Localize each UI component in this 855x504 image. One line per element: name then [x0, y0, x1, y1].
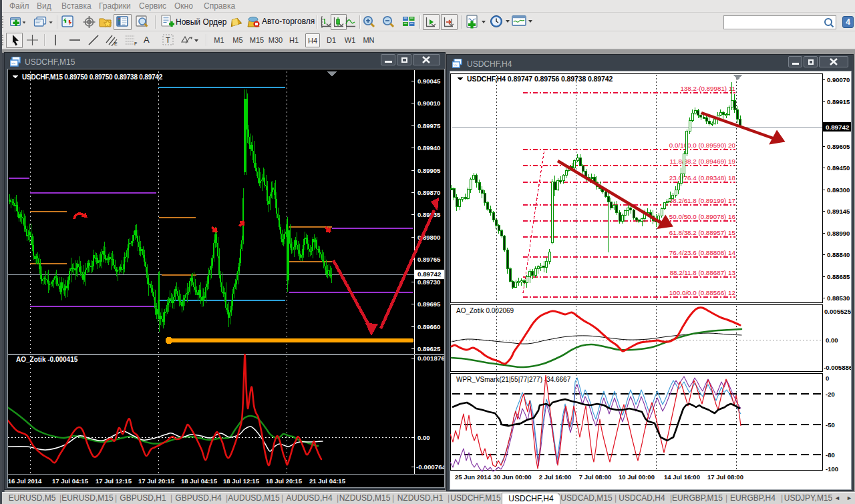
- svg-text:7 Jul 08:00: 7 Jul 08:00: [579, 473, 612, 481]
- svg-text:17 Jul 12:15: 17 Jul 12:15: [96, 477, 132, 485]
- svg-text:0.89730: 0.89730: [417, 278, 440, 286]
- svg-text:T: T: [166, 36, 170, 44]
- svg-text:25 Jun 2014: 25 Jun 2014: [455, 473, 492, 481]
- svg-text:-0.000764: -0.000764: [416, 463, 444, 471]
- svg-text:0.89605: 0.89605: [827, 143, 850, 150]
- svg-text:0.89915: 0.89915: [827, 98, 850, 105]
- svg-text:0.89905: 0.89905: [417, 167, 441, 174]
- svg-text:0.89765: 0.89765: [417, 256, 441, 263]
- svg-text:38.2/61.8 (0.89199) 17: 38.2/61.8 (0.89199) 17: [669, 197, 735, 204]
- svg-text:0: 0: [826, 374, 829, 382]
- svg-text:0.005525: 0.005525: [824, 308, 851, 315]
- svg-text:61.8/38.2 (0.88957) 15: 61.8/38.2 (0.88957) 15: [669, 229, 736, 236]
- svg-text:0.89835: 0.89835: [417, 211, 441, 218]
- svg-text:-20: -20: [826, 391, 835, 398]
- svg-text:0.89975: 0.89975: [417, 122, 441, 130]
- svg-text:17 Jul 04:15: 17 Jul 04:15: [52, 477, 89, 485]
- svg-text:0.0/100.0 (0.89590) 20: 0.0/100.0 (0.89590) 20: [669, 142, 736, 149]
- svg-text:138.2-(0.89981) 11: 138.2-(0.89981) 11: [680, 85, 735, 92]
- svg-text:-0.005886: -0.005886: [824, 364, 851, 371]
- svg-text:0.89450: 0.89450: [827, 164, 850, 172]
- svg-text:0.00: 0.00: [417, 434, 430, 441]
- svg-text:F: F: [134, 41, 137, 46]
- svg-text:AO_Zotik 0.002069: AO_Zotik 0.002069: [456, 307, 514, 314]
- svg-text:0.90010: 0.90010: [417, 99, 440, 107]
- svg-text:-100: -100: [826, 465, 838, 473]
- svg-text:AO_Zotik -0.000415: AO_Zotik -0.000415: [16, 356, 78, 363]
- svg-text:76.4/23.6 (0.88808) 14: 76.4/23.6 (0.88808) 14: [669, 249, 736, 256]
- svg-text:100.0/0.0 (0.88566) 12: 100.0/0.0 (0.88566) 12: [669, 289, 735, 296]
- svg-text:0.89695: 0.89695: [417, 300, 441, 308]
- svg-text:0.89870: 0.89870: [417, 189, 440, 196]
- svg-text:30 Jun 00:00: 30 Jun 00:00: [493, 473, 531, 481]
- svg-text:17 Jul 08:00: 17 Jul 08:00: [707, 473, 743, 481]
- svg-text:0.89625: 0.89625: [417, 345, 441, 352]
- svg-text:18 Jul 12:15: 18 Jul 12:15: [223, 477, 260, 485]
- svg-text:0.88685: 0.88685: [827, 273, 850, 280]
- svg-text:18 Jul 20:15: 18 Jul 20:15: [266, 477, 303, 485]
- svg-text:0.88840: 0.88840: [827, 251, 850, 258]
- svg-text:0.001876: 0.001876: [417, 354, 444, 362]
- svg-text:14 Jul 16:00: 14 Jul 16:00: [664, 473, 700, 481]
- svg-text:10 Jul 00:00: 10 Jul 00:00: [619, 473, 655, 481]
- svg-text:16 Jul 2014: 16 Jul 2014: [8, 477, 42, 485]
- svg-text:-50: -50: [826, 421, 835, 429]
- svg-text:USDCHF,M15 0.89750 0.89750 0.: USDCHF,M15 0.89750 0.89750 0.89738 0.897…: [22, 73, 163, 81]
- svg-text:21 Jul 04:15: 21 Jul 04:15: [309, 477, 346, 485]
- svg-text:88.2/11.8 (0.88687) 13: 88.2/11.8 (0.88687) 13: [670, 269, 736, 276]
- svg-text:17 Jul 20:15: 17 Jul 20:15: [138, 477, 175, 485]
- svg-text:0.89940: 0.89940: [417, 144, 440, 152]
- svg-text:0.89145: 0.89145: [827, 208, 850, 215]
- svg-text:E: E: [114, 41, 118, 46]
- svg-text:0.00: 0.00: [826, 336, 838, 344]
- svg-text:0.88530: 0.88530: [827, 294, 850, 302]
- svg-text:USDCHF,H4 0.89747 0.89756 0.8: USDCHF,H4 0.89747 0.89756 0.89738 0.8974…: [467, 75, 613, 83]
- svg-text:0.89660: 0.89660: [417, 323, 440, 330]
- svg-text:2 Jul 16:00: 2 Jul 16:00: [539, 473, 572, 481]
- svg-text:0.90045: 0.90045: [417, 77, 441, 85]
- svg-text:-80: -80: [826, 451, 835, 459]
- svg-text:18 Jul 04:15: 18 Jul 04:15: [181, 477, 218, 485]
- svg-text:0.89300: 0.89300: [827, 186, 850, 194]
- svg-text:0.88990: 0.88990: [827, 230, 850, 237]
- svg-text:WPR_VSmark(21|55|77|277) -34.6: WPR_VSmark(21|55|77|277) -34.6667: [456, 376, 571, 383]
- svg-text:0.89742: 0.89742: [417, 270, 442, 278]
- svg-text:0.89742: 0.89742: [826, 123, 850, 131]
- svg-text:0.90070: 0.90070: [827, 76, 850, 83]
- svg-text:23.6/76.4 (0.89348) 18: 23.6/76.4 (0.89348) 18: [669, 174, 736, 182]
- svg-text:50.0/50.0 (0.89078) 16: 50.0/50.0 (0.89078) 16: [669, 213, 736, 220]
- svg-text:11.8/88.2 (0.89469) 19: 11.8/88.2 (0.89469) 19: [670, 158, 735, 165]
